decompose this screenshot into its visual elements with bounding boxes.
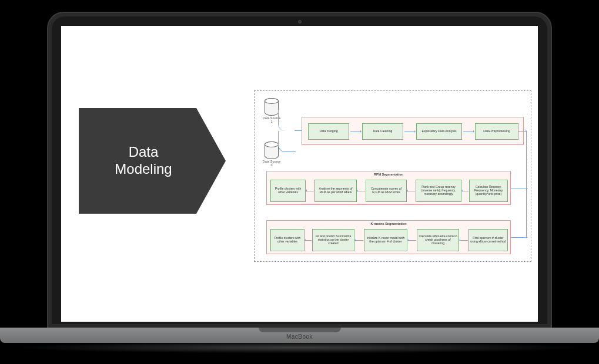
arrow-icon [510,188,526,188]
flowchart-container: Data Source 1 Data Source n Data merging [254,90,531,262]
box-rfm-analyze: Analyze the segments of RFM as per RFM l… [314,180,357,202]
connector [518,131,526,132]
laptop-frame: Data Modeling Data Source 1 Data Source … [47,12,552,329]
box-data-cleaning: Data Cleaning [362,123,403,140]
arrow-icon [408,240,416,241]
arrow-icon [306,191,314,191]
shadow [12,342,587,353]
laptop-base: MacBook [0,328,599,343]
box-rfm-profile: Profile clusters with other variables [270,180,306,202]
datasource-n-label: Data Source n [262,160,282,167]
arrow-icon [350,132,361,132]
box-rfm-concat: Concatenate scores of R,F,M as RFM score [366,180,407,202]
box-eda: Exploratory Data Analysis [416,123,462,140]
slide: Data Modeling Data Source 1 Data Source … [61,26,538,322]
box-rfm-rank: Rank and Group recency (inverse rank), f… [416,180,461,202]
slide-title-shape: Data Modeling [79,108,226,214]
connector [278,131,296,152]
box-km-init: Initialize K-mean model with the optimum… [364,229,407,251]
connector [278,110,296,131]
lane-kmeans-title: K-means Segmentation [267,222,510,225]
box-km-silhouette: Calculate silhouette score to check good… [417,229,459,251]
box-preprocessing: Data Preprocessing [475,123,518,140]
laptop-notch [259,328,341,332]
box-km-fit: Fit and predict Summarize statistics on … [312,229,354,251]
arrow-icon [462,191,469,191]
lane-preprocessing: Data merging Data Cleaning Exploratory D… [302,117,524,145]
arrow-icon [404,132,415,132]
box-km-elbow: Find optimum # cluster using elbow curve… [469,229,508,251]
arrow-icon [355,240,363,241]
lane-rfm: RFM Segmentation Profile clusters with o… [266,171,511,205]
arrow-icon [407,191,415,191]
arrow-icon [305,240,312,241]
connector [526,131,527,188]
slide-title: Data Modeling [115,144,172,178]
box-km-profile: Profile clusters with other variables [270,229,304,251]
database-icon [265,98,279,116]
lane-rfm-title: RFM Segmentation [267,173,510,176]
arrow-icon [463,132,474,132]
screen: Data Modeling Data Source 1 Data Source … [61,26,538,322]
lane-kmeans: K-means Segmentation Profile clusters wi… [266,220,511,254]
arrow-icon [357,191,365,191]
database-icon [265,141,279,159]
box-rfm-calc: Calculate Recency, Frequency, Monetary (… [469,180,508,202]
laptop-brand: MacBook [286,333,313,340]
box-data-merging: Data merging [308,123,349,140]
connector [526,188,527,238]
camera-dot [298,20,302,23]
arrow-icon [510,237,526,238]
arrow-icon [460,240,468,241]
